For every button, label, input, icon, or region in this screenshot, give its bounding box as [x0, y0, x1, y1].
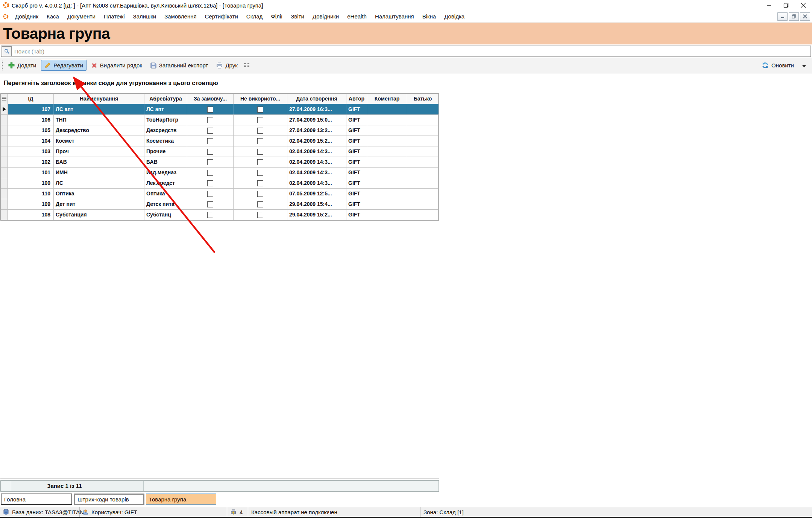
refresh-dropdown-caret-icon[interactable] — [802, 65, 806, 67]
default-checkbox — [187, 199, 234, 209]
unused-checkbox[interactable] — [257, 117, 263, 123]
default-checkbox[interactable] — [207, 107, 213, 113]
default-checkbox[interactable] — [207, 201, 213, 207]
search-input[interactable] — [12, 48, 810, 55]
edit-button[interactable]: Редагувати — [41, 60, 87, 71]
column-header-4[interactable]: За замовчу... — [187, 94, 234, 104]
unused-checkbox[interactable] — [257, 107, 263, 113]
column-header-8[interactable]: Коментар — [367, 94, 407, 104]
table-row[interactable]: 110ОптикаОптика07.05.2009 12:5...GIFT — [1, 189, 439, 199]
menu-item-3[interactable]: Документи — [63, 12, 100, 21]
refresh-button[interactable]: Оновити — [758, 59, 797, 71]
window-tab-1[interactable]: Головна — [1, 494, 72, 505]
default-checkbox — [187, 210, 234, 220]
menu-item-9[interactable]: Філії — [267, 12, 287, 21]
column-header-3[interactable]: Абревіатура — [144, 94, 187, 104]
menu-item-8[interactable]: Склад — [242, 12, 267, 21]
unused-checkbox[interactable] — [257, 212, 263, 218]
export-button[interactable]: Загальний експорт — [147, 60, 212, 71]
menu-item-11[interactable]: Довідники — [308, 12, 343, 21]
default-checkbox — [187, 168, 234, 178]
search-bar — [1, 46, 811, 57]
column-header-5[interactable]: Не використо... — [234, 94, 287, 104]
row-indicator-cell — [1, 189, 8, 199]
toolbar-grip[interactable] — [2, 61, 3, 70]
cell-abbreviation: Лек.средст — [144, 178, 187, 188]
group-by-panel: Перетягніть заголовок колонки сюди для у… — [0, 74, 812, 93]
user-icon — [83, 509, 88, 515]
cell-author: GIFT — [346, 210, 367, 220]
zone-label: Зона: Склад [1] — [423, 509, 464, 515]
table-row[interactable]: 109Дет питДетск пита29.04.2009 15:4...GI… — [1, 199, 439, 210]
search-icon[interactable] — [2, 46, 12, 56]
menu-item-10[interactable]: Звіти — [287, 12, 308, 21]
table-row[interactable]: 103ПрочПрочие02.04.2009 14:3...GIFT — [1, 146, 439, 157]
column-header-7[interactable]: Автор — [346, 94, 367, 104]
column-header-9[interactable]: Батько — [407, 94, 439, 104]
default-checkbox[interactable] — [207, 180, 213, 186]
mdi-close-icon[interactable] — [800, 12, 810, 21]
default-checkbox[interactable] — [207, 149, 213, 155]
menu-item-12[interactable]: eHealth — [343, 12, 371, 21]
table-row[interactable]: 101ИМНИзд.медназ02.04.2009 14:3...GIFT — [1, 168, 439, 178]
menu-item-2[interactable]: Каса — [42, 12, 63, 21]
window-tab-2[interactable]: Штрих-коди товарів — [74, 494, 144, 505]
delete-row-button[interactable]: Видалити рядок — [88, 60, 146, 71]
table-row[interactable]: 107ЛС аптЛС апт27.04.2009 16:3...GIFT — [1, 104, 439, 115]
column-chooser-icon[interactable] — [243, 62, 250, 69]
status-database-segment: База даних: TASA3@TITAN — [0, 507, 80, 517]
unused-checkbox[interactable] — [257, 180, 263, 186]
unused-checkbox[interactable] — [257, 201, 263, 207]
print-button[interactable]: Друк — [213, 60, 241, 71]
unused-checkbox[interactable] — [257, 149, 263, 155]
edit-button-label: Редагувати — [53, 62, 83, 69]
default-checkbox[interactable] — [207, 170, 213, 176]
window-title: Скарб pro v. 4.0.0.2 [ІД: ] - [Апт №003 … — [12, 2, 263, 9]
menu-item-7[interactable]: Сертифікати — [201, 12, 242, 21]
menu-item-5[interactable]: Залишки — [129, 12, 161, 21]
unused-checkbox[interactable] — [257, 191, 263, 197]
column-header-2[interactable]: Найменування — [54, 94, 144, 104]
unused-checkbox — [234, 189, 287, 199]
unused-checkbox[interactable] — [257, 138, 263, 144]
table-row[interactable]: 100ЛСЛек.средст02.04.2009 14:3...GIFT — [1, 178, 439, 189]
cell-name: ЛС — [54, 178, 144, 188]
unused-checkbox[interactable] — [257, 170, 263, 176]
minimize-icon[interactable] — [760, 0, 777, 11]
menu-item-4[interactable]: Платежі — [100, 12, 129, 21]
window-tab-3[interactable]: Товарна група — [146, 494, 216, 505]
default-checkbox[interactable] — [207, 128, 213, 134]
table-row[interactable]: 105ДезсредствоДезсредств27.04.2009 13:2.… — [1, 125, 439, 136]
column-header-1[interactable]: ІД — [8, 94, 54, 104]
add-button[interactable]: Додати — [5, 60, 39, 71]
menu-item-14[interactable]: Вікна — [418, 12, 440, 21]
restore-icon[interactable] — [777, 0, 795, 11]
table-row[interactable]: 108СубстанцияСубстанц29.04.2009 15:2...G… — [1, 210, 439, 220]
mdi-minimize-icon[interactable] — [777, 12, 788, 21]
close-icon[interactable] — [795, 0, 812, 11]
unused-checkbox[interactable] — [257, 159, 263, 165]
export-button-label: Загальний експорт — [159, 62, 208, 69]
cell-abbreviation: Прочие — [144, 146, 187, 157]
cell-abbreviation: Детск пита — [144, 199, 187, 209]
menu-item-13[interactable]: Налаштування — [371, 12, 418, 21]
cell-id: 104 — [8, 136, 54, 146]
column-header-6[interactable]: Дата створення — [287, 94, 346, 104]
default-checkbox[interactable] — [207, 191, 213, 197]
default-checkbox[interactable] — [207, 159, 213, 165]
table-row[interactable]: 104КосметКосметика02.04.2009 15:2...GIFT — [1, 136, 439, 146]
cell-abbreviation: Дезсредств — [144, 125, 187, 136]
menu-item-15[interactable]: Довідка — [440, 12, 469, 21]
table-row[interactable]: 106ТНПТовНарПотр27.04.2009 15:0...GIFT — [1, 115, 439, 125]
unused-checkbox[interactable] — [257, 128, 263, 134]
default-checkbox[interactable] — [207, 212, 213, 218]
menu-item-1[interactable]: Довідник — [11, 12, 42, 21]
mdi-restore-icon[interactable] — [789, 12, 799, 21]
table-row[interactable]: 102БАВБАВ02.04.2009 14:3...GIFT — [1, 157, 439, 168]
default-checkbox[interactable] — [207, 117, 213, 123]
cash-device-icon — [230, 509, 237, 515]
cell-created: 29.04.2009 15:2... — [287, 210, 346, 220]
grid-header-row: ІДНайменуванняАбревіатураЗа замовчу...Не… — [1, 94, 439, 104]
default-checkbox[interactable] — [207, 138, 213, 144]
menu-item-6[interactable]: Замовлення — [160, 12, 200, 21]
